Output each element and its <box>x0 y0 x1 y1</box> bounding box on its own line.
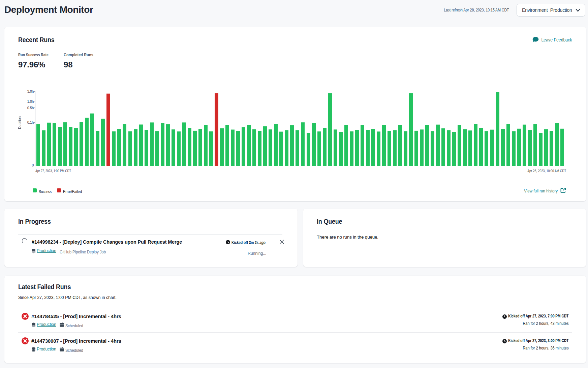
svg-text:0.1h: 0.1h <box>27 120 34 124</box>
svg-text:3.0h: 3.0h <box>27 89 34 93</box>
svg-text:0: 0 <box>32 163 34 167</box>
svg-text:0.5h: 0.5h <box>27 106 34 110</box>
svg-text:Duration: Duration <box>18 116 22 129</box>
svg-text:1.0h: 1.0h <box>27 99 34 103</box>
